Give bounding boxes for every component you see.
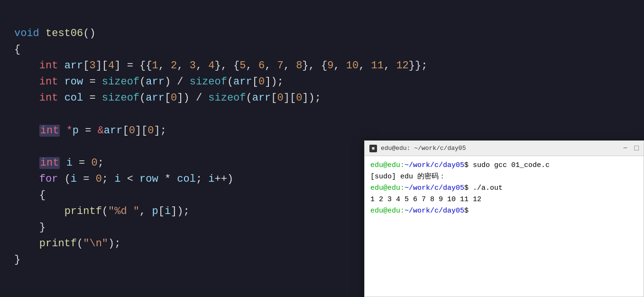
code-line-7: int *p = &arr[0][0]; bbox=[14, 125, 166, 137]
terminal-controls: − □ bbox=[623, 144, 639, 153]
terminal-title-text: edu@edu: ~/work/c/day05 bbox=[381, 145, 466, 152]
t4-output: 1 2 3 4 5 6 7 8 9 10 11 12 bbox=[370, 195, 481, 204]
t1-path: ~/work/c/day05 bbox=[405, 161, 464, 169]
code-line-10: for (i = 0; i < row * col; i++) bbox=[14, 173, 233, 185]
code-line-13: } bbox=[14, 222, 46, 233]
t3-user: edu@edu: bbox=[370, 184, 405, 192]
code-line-1: void test06() bbox=[14, 28, 96, 39]
code-line-5: int col = sizeof(arr[0]) / sizeof(arr[0]… bbox=[14, 92, 321, 104]
code-line-14: printf("\n"); bbox=[14, 238, 120, 250]
code-line-11: { bbox=[14, 189, 46, 201]
terminal-body: edu@edu:~/work/c/day05$ sudo gcc 01_code… bbox=[365, 156, 644, 297]
t5-user: edu@edu: bbox=[370, 207, 405, 215]
t2-text: [sudo] edu 的密码： bbox=[370, 173, 446, 181]
t5-prompt: $ bbox=[464, 207, 469, 215]
code-line-8 bbox=[14, 141, 20, 153]
minimize-button[interactable]: − bbox=[623, 144, 628, 153]
t3-cmd: $ ./a.out bbox=[464, 184, 503, 192]
terminal-title-left: ▣ edu@edu: ~/work/c/day05 bbox=[369, 145, 466, 152]
code-line-12: printf("%d ", p[i]); bbox=[14, 205, 190, 217]
terminal-icon-symbol: ▣ bbox=[372, 146, 374, 151]
maximize-button[interactable]: □ bbox=[634, 144, 639, 153]
terminal-line-3: edu@edu:~/work/c/day05$ ./a.out bbox=[370, 183, 638, 194]
code-line-4: int row = sizeof(arr) / sizeof(arr[0]); bbox=[14, 76, 284, 88]
code-line-15: } bbox=[14, 254, 20, 266]
code-line-2: { bbox=[14, 44, 20, 56]
t5-path: ~/work/c/day05 bbox=[405, 207, 464, 215]
t1-cmd: $ sudo gcc 01_code.c bbox=[464, 161, 550, 169]
code-line-9: int i = 0; bbox=[14, 157, 104, 169]
terminal-line-4: 1 2 3 4 5 6 7 8 9 10 11 12 bbox=[370, 194, 638, 205]
code-line-6 bbox=[14, 109, 20, 121]
terminal-line-5: edu@edu:~/work/c/day05$ bbox=[370, 205, 638, 217]
terminal-icon: ▣ bbox=[369, 145, 377, 152]
terminal-line-2: [sudo] edu 的密码： bbox=[370, 171, 638, 183]
terminal-titlebar: ▣ edu@edu: ~/work/c/day05 − □ bbox=[365, 141, 644, 156]
t1-user: edu@edu: bbox=[370, 161, 405, 169]
terminal-window: ▣ edu@edu: ~/work/c/day05 − □ edu@edu:~/… bbox=[364, 140, 644, 297]
t3-path: ~/work/c/day05 bbox=[405, 184, 464, 192]
code-line-3: int arr[3][4] = {{1, 2, 3, 4}, {5, 6, 7,… bbox=[14, 60, 427, 72]
terminal-line-1: edu@edu:~/work/c/day05$ sudo gcc 01_code… bbox=[370, 160, 638, 171]
